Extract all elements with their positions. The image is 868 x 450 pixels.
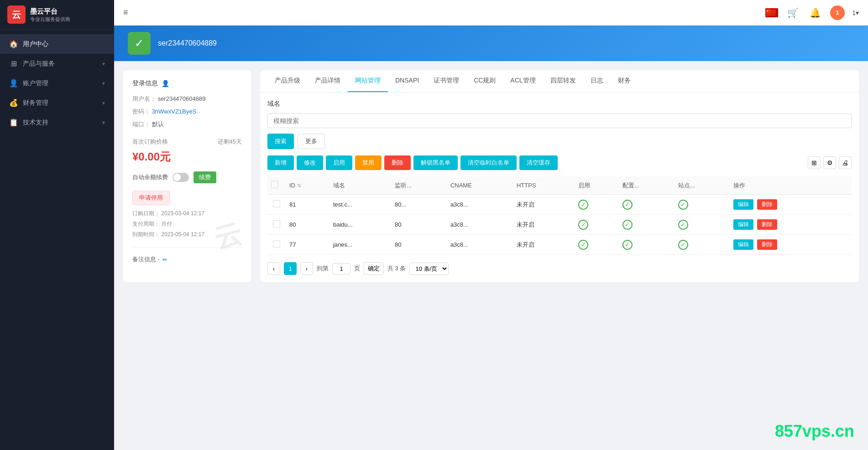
col-action: 操作 [730,176,852,195]
sidebar-item-finance[interactable]: 💰 财务管理 ▾ [0,93,114,113]
cell-config: ✓ [619,195,675,215]
enable-button[interactable]: 启用 [326,155,352,170]
cell-id: 80 [286,215,329,235]
prev-page-button[interactable]: ‹ [267,262,280,275]
row-edit-button[interactable]: 编辑 [733,239,753,250]
price-days: 还剩45天 [218,138,242,146]
sidebar-item-label: 账户管理 [23,79,98,88]
more-button[interactable]: 更多 [298,134,325,149]
tab-upgrade[interactable]: 产品升级 [267,70,308,92]
notification-icon[interactable]: 🔔 [808,5,823,20]
top-header: ≡ 🛒 🔔 1 1▾ [114,0,868,26]
tab-cc[interactable]: CC规则 [466,70,503,92]
cell-action: 编辑 删除 [730,235,852,255]
row-checkbox[interactable] [273,220,280,228]
row-edit-button[interactable]: 编辑 [733,199,753,210]
toolbar-row: 新增 修改 启用 禁用 删除 解锁黑名单 清空临时白名单 清空缓存 ⊞ ⚙ 🖨 [267,155,852,170]
print-icon[interactable]: 🖨 [839,156,852,169]
auto-renew-label: 自动余额续费 [132,173,168,181]
service-banner: ✓ ser234470604889 [114,26,868,61]
sidebar-logo: 云 墨云平台 专业云服务提供商 [0,0,114,30]
search-button[interactable]: 搜索 [267,134,294,149]
chevron-down-icon: ▾ [102,61,105,67]
row-delete-button[interactable]: 删除 [757,199,777,210]
cell-https: 未开启 [513,215,575,235]
row-edit-button[interactable]: 编辑 [733,219,753,230]
suspend-button[interactable]: 申请停用 [132,191,170,205]
cell-listen: 80 [391,235,447,255]
sidebar-item-products[interactable]: ⊞ 产品与服务 ▾ [0,54,114,73]
renew-button[interactable]: 续费 [193,171,216,183]
page-1-button[interactable]: 1 [284,262,297,275]
clear-whitelist-button[interactable]: 清空临时白名单 [460,155,517,170]
tab-forward[interactable]: 四层转发 [543,70,583,92]
finance-icon: 💰 [9,98,18,107]
cell-cname: a3c8... [447,215,513,235]
tab-dnsapi[interactable]: DNSAPI [388,70,426,92]
goto-page-input[interactable] [332,263,350,274]
tab-detail[interactable]: 产品详情 [308,70,348,92]
site-icon: ✓ [678,240,688,250]
goto-label: 到第 [317,264,329,273]
delete-button[interactable]: 删除 [384,155,411,170]
col-domain: 域名 [329,176,391,195]
chevron-down-icon: ▾ [102,100,105,106]
cell-cname: a3c8... [447,195,513,215]
add-button[interactable]: 新增 [267,155,294,170]
logo-text: 墨云平台 专业云服务提供商 [30,7,70,22]
disable-button[interactable]: 禁用 [355,155,382,170]
cell-https: 未开启 [513,195,575,215]
sidebar-item-user-center[interactable]: 🏠 用户中心 [0,34,114,54]
table-area: 域名 搜索 更多 新增 修改 启用 禁用 删除 解锁黑名单 [260,93,859,282]
edit-button[interactable]: 修改 [297,155,323,170]
unlock-blacklist-button[interactable]: 解锁黑名单 [413,155,458,170]
clear-cache-button[interactable]: 清空缓存 [519,155,558,170]
username-row: 用户名： ser234470604889 [132,95,242,103]
cell-action: 编辑 删除 [730,195,852,215]
next-page-button[interactable]: › [300,262,313,275]
cell-config: ✓ [619,215,675,235]
row-delete-button[interactable]: 删除 [757,219,777,230]
per-page-select[interactable]: 10 条/页 20 条/页 50 条/页 [409,263,449,275]
config-icon: ✓ [622,220,633,230]
panel-container: 登录信息 👤 用户名： ser234470604889 密码： 3hWwxVZ1… [114,61,868,291]
col-enabled: 启用 [575,176,619,195]
search-input[interactable] [267,114,852,128]
avatar[interactable]: 1 [830,5,845,20]
cart-icon[interactable]: 🛒 [785,5,800,20]
table-row: 77 janes... 80 a3c8... 未开启 ✓ ✓ ✓ 编辑 删除 [267,235,852,255]
enabled-icon: ✓ [578,240,588,250]
tab-log[interactable]: 日志 [583,70,611,92]
login-info-header: 登录信息 👤 [132,79,242,88]
logo-icon: 云 [7,5,26,24]
cell-enabled: ✓ [575,195,619,215]
language-flag[interactable] [765,8,778,17]
tab-website[interactable]: 网站管理 [348,70,388,92]
content-area: ✓ ser234470604889 登录信息 👤 用户名： ser2344706… [114,26,868,450]
edit-notes-icon[interactable]: ✏ [162,256,167,263]
select-all-checkbox[interactable] [271,181,278,188]
settings-icon[interactable]: ⚙ [823,156,836,169]
notes-section: 备注信息 - ✏ [132,248,242,264]
user-menu-button[interactable]: 1▾ [852,9,859,16]
site-icon: ✓ [678,220,688,230]
price-section: 首次订购价格 还剩45天 ¥0.00元 [132,138,242,164]
row-delete-button[interactable]: 删除 [757,239,777,250]
row-checkbox[interactable] [273,240,280,248]
auto-renew-toggle[interactable] [173,173,189,182]
tab-acl[interactable]: ACL管理 [503,70,543,92]
row-checkbox[interactable] [273,200,280,207]
pay-cycle-row: 支付周期： 月付 [132,220,242,228]
cell-listen: 80 [391,215,447,235]
page-label: 页 [354,264,360,273]
total-count: 共 3 条 [387,264,406,273]
sidebar-item-account[interactable]: 👤 账户管理 ▾ [0,73,114,93]
cell-enabled: ✓ [575,215,619,235]
grid-view-icon[interactable]: ⊞ [808,156,821,169]
sidebar-item-support[interactable]: 📋 技术支持 ▾ [0,113,114,132]
sidebar-navigation: 🏠 用户中心 ⊞ 产品与服务 ▾ 👤 账户管理 ▾ 💰 财务管理 ▾ 📋 技术支… [0,30,114,450]
tab-finance[interactable]: 财务 [611,70,638,92]
goto-confirm-button[interactable]: 确定 [364,262,384,275]
tab-cert[interactable]: 证书管理 [426,70,466,92]
menu-toggle-icon[interactable]: ≡ [123,8,128,17]
